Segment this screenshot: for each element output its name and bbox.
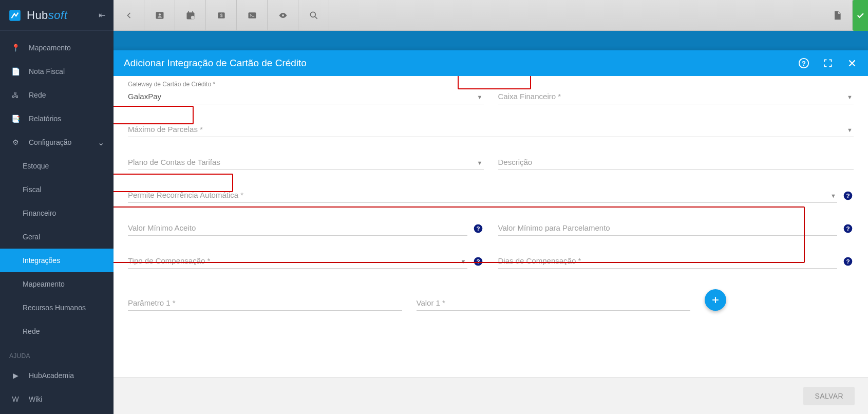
sidebar: Hubsoft ⇤ 📍Mapeamento 📄Nota Fiscal 🖧Rede…	[0, 0, 114, 414]
help-tooltip-icon[interactable]: ?	[473, 223, 484, 234]
fullscreen-icon[interactable]	[823, 58, 833, 68]
receipt-icon: 📄	[9, 67, 22, 76]
parametro-1-input[interactable]	[128, 295, 402, 311]
sidebar-sub-rede[interactable]: Rede	[0, 319, 114, 343]
sidebar-item-hubacademia[interactable]: ▶HubAcademia	[0, 364, 114, 387]
svg-text:?: ?	[476, 225, 480, 232]
sidebar-sub-geral[interactable]: Geral	[0, 225, 114, 249]
gear-icon: ⚙	[9, 138, 22, 146]
sidebar-sub-fiscal[interactable]: Fiscal	[0, 178, 114, 201]
calendar-icon[interactable]	[175, 0, 206, 31]
modal-title: Adicionar Integração de Cartão de Crédit…	[124, 58, 307, 69]
sidebar-sub-estoque[interactable]: Estoque	[0, 154, 114, 178]
collapse-icon[interactable]: ⇤	[99, 10, 105, 20]
max-parcelas-select[interactable]	[128, 122, 854, 137]
sidebar-item-mapeamento[interactable]: 📍Mapeamento	[0, 36, 114, 60]
sidebar-sub-recursos-humanos[interactable]: Recursos Humanos	[0, 296, 114, 319]
help-tooltip-icon[interactable]: ?	[842, 191, 854, 201]
modal-header: Adicionar Integração de Cartão de Crédit…	[114, 50, 868, 76]
topbar: $	[114, 0, 868, 31]
network-icon: 🖧	[9, 91, 22, 99]
valor-minimo-parcelamento-input[interactable]	[498, 220, 838, 236]
nav-list: 📍Mapeamento 📄Nota Fiscal 🖧Rede 📑Relatóri…	[0, 31, 114, 411]
search-icon[interactable]	[298, 0, 329, 31]
sidebar-item-nota-fiscal[interactable]: 📄Nota Fiscal	[0, 60, 114, 83]
add-param-button[interactable]	[705, 289, 726, 311]
sidebar-item-relatorios[interactable]: 📑Relatórios	[0, 107, 114, 130]
svg-point-2	[158, 13, 160, 15]
help-section-header: AJUDA	[0, 343, 114, 364]
caixa-financeiro-select[interactable]	[498, 89, 854, 104]
money-icon[interactable]: $	[206, 0, 237, 31]
wiki-icon: W	[9, 395, 22, 403]
gateway-select[interactable]	[128, 89, 484, 104]
descricao-input[interactable]	[498, 155, 854, 170]
help-tooltip-icon[interactable]: ?	[842, 256, 854, 267]
plano-contas-select[interactable]	[128, 155, 484, 170]
valor-1-input[interactable]	[417, 295, 691, 311]
svg-point-10	[281, 14, 284, 16]
pin-icon: 📍	[9, 44, 22, 52]
highlight-caixa	[458, 76, 531, 89]
recorrencia-select[interactable]	[128, 187, 837, 203]
help-icon[interactable]: ?	[798, 58, 809, 69]
sidebar-item-configuracao[interactable]: ⚙Configuração⌄	[0, 130, 114, 154]
svg-rect-4	[188, 11, 189, 12]
tipo-compensacao-select[interactable]	[128, 253, 467, 269]
svg-text:?: ?	[846, 258, 850, 265]
sidebar-sub-integracoes[interactable]: Integrações	[0, 249, 114, 272]
logo-icon	[8, 9, 22, 22]
sidebar-sub-financeiro[interactable]: Financeiro	[0, 201, 114, 225]
help-tooltip-icon[interactable]: ?	[842, 223, 854, 234]
terminal-icon[interactable]	[237, 0, 268, 31]
svg-text:?: ?	[846, 225, 850, 232]
valor-minimo-input[interactable]	[128, 220, 467, 236]
svg-text:?: ?	[802, 60, 806, 67]
pdf-icon[interactable]	[822, 0, 853, 31]
svg-text:?: ?	[476, 258, 480, 265]
help-tooltip-icon[interactable]: ?	[473, 256, 484, 267]
svg-point-11	[310, 12, 315, 17]
svg-text:$: $	[220, 13, 222, 18]
main-area: $ Adicionar Integração de Cartão de Créd…	[114, 0, 868, 414]
sidebar-item-rede[interactable]: 🖧Rede	[0, 83, 114, 107]
save-button[interactable]: SALVAR	[803, 387, 855, 405]
chevron-down-icon: ⌄	[98, 138, 104, 147]
logo-area: Hubsoft ⇤	[0, 0, 114, 31]
blue-strip	[114, 31, 868, 50]
gateway-label: Gateway de Cartão de Crédito *	[128, 81, 215, 88]
check-icon[interactable]	[853, 0, 868, 31]
eye-icon[interactable]	[268, 0, 298, 31]
sidebar-sub-mapeamento[interactable]: Mapeamento	[0, 272, 114, 296]
dias-compensacao-input[interactable]	[498, 253, 838, 269]
svg-text:?: ?	[846, 192, 850, 199]
svg-rect-5	[192, 11, 193, 12]
svg-point-6	[191, 15, 194, 19]
brand-text: Hubsoft	[27, 9, 67, 22]
back-button[interactable]	[114, 0, 144, 31]
close-icon[interactable]	[846, 58, 858, 69]
modal: Adicionar Integração de Cartão de Crédit…	[114, 50, 868, 414]
svg-rect-9	[248, 12, 256, 18]
report-icon: 📑	[9, 115, 22, 123]
modal-body: Gateway de Cartão de Crédito * ▼ ▼	[114, 76, 868, 377]
contact-icon[interactable]	[144, 0, 175, 31]
sidebar-item-wiki[interactable]: WWiki	[0, 387, 114, 411]
youtube-icon: ▶	[9, 371, 22, 380]
modal-footer: SALVAR	[114, 377, 868, 414]
